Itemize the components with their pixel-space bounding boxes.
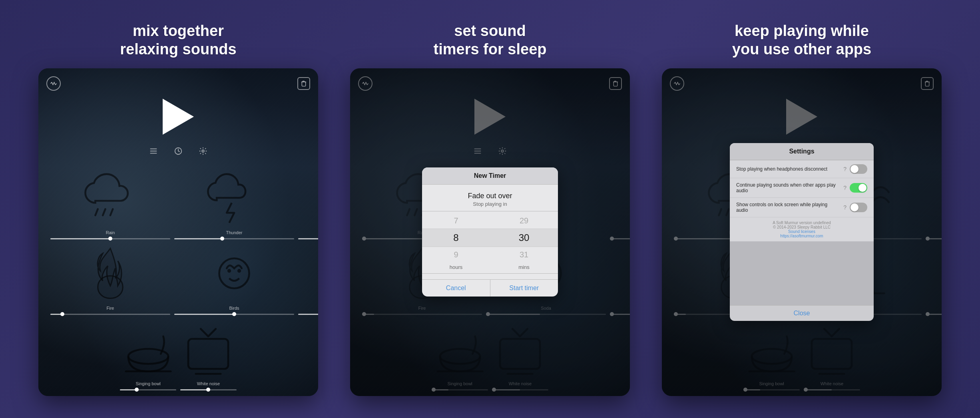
- start-timer-button[interactable]: Start timer: [490, 280, 558, 297]
- sound-waves[interactable]: Waves: [298, 168, 318, 239]
- hours-label: hours: [422, 263, 490, 272]
- panel1-play-area[interactable]: [46, 99, 310, 135]
- waves-slider[interactable]: [298, 238, 318, 239]
- headphones-text: Stop playing when headphones disconnect: [736, 166, 840, 172]
- version-text: A Soft Murmur version undefined: [733, 221, 870, 225]
- settings-close-button[interactable]: Close: [794, 310, 810, 317]
- hours-picker-col[interactable]: 7 8 9 hours: [422, 213, 490, 272]
- url-link[interactable]: https://asoftmurmur.com: [780, 234, 823, 238]
- settings-row-lockscreen: Show controls on lock screen while playi…: [730, 198, 874, 217]
- birds-slider[interactable]: [174, 314, 294, 315]
- sound-crickets[interactable]: Crickets: [298, 243, 318, 315]
- continue-toggle[interactable]: [850, 183, 867, 193]
- hour-9[interactable]: 9: [422, 247, 490, 263]
- play-button[interactable]: [163, 99, 194, 135]
- panel1-top-bar: [46, 76, 310, 91]
- white-noise-icon: [148, 319, 268, 379]
- timer-modal-body: Fade out over Stop playing in 7 8 9 hour…: [422, 185, 558, 279]
- min-31[interactable]: 31: [490, 247, 558, 263]
- settings-gray-area: [730, 241, 874, 305]
- svg-point-13: [202, 150, 204, 152]
- headphones-help-icon[interactable]: ?: [843, 166, 847, 172]
- cancel-button[interactable]: Cancel: [422, 280, 490, 297]
- panel3-title: keep playing whileyou use other apps: [732, 22, 871, 58]
- lockscreen-toggle[interactable]: [850, 203, 867, 212]
- rain-icon: [50, 168, 170, 228]
- copyright-text: © 2014-2023 Sleepy Rabbit LLC: [733, 225, 870, 229]
- settings-modal-overlay: Settings Stop playing when headphones di…: [662, 68, 942, 396]
- fire-label: Fire: [107, 306, 114, 311]
- settings-version-info: A Soft Murmur version undefined © 2014-2…: [730, 217, 874, 241]
- panel1-title: mix togetherrelaxing sounds: [120, 22, 236, 58]
- settings-icon[interactable]: [199, 147, 207, 158]
- clock-icon[interactable]: [174, 147, 183, 158]
- min-30-selected[interactable]: 30: [490, 229, 558, 247]
- list-icon[interactable]: [149, 147, 158, 158]
- mins-picker-col[interactable]: 29 30 31 mins: [490, 213, 558, 272]
- singing-bowl-label: Singing bowl: [135, 381, 160, 386]
- panel3-app-frame: Rain Wave Wind Fire: [662, 68, 942, 396]
- sound-licenses-link[interactable]: Sound licenses: [788, 229, 815, 234]
- settings-footer: Close: [730, 305, 874, 321]
- fire-slider[interactable]: [50, 314, 170, 315]
- crickets-icon: [298, 243, 318, 303]
- sound-birds[interactable]: Birds: [174, 243, 294, 315]
- timer-stop-sub: Stop playing in: [422, 201, 558, 209]
- lockscreen-help-icon[interactable]: ?: [843, 204, 847, 211]
- crickets-slider[interactable]: [298, 314, 318, 315]
- continue-text: Continue playing sounds when other apps …: [736, 182, 840, 193]
- fire-icon: [50, 243, 170, 303]
- singing-bowl-slider[interactable]: [120, 389, 176, 390]
- sound-rain[interactable]: Rain: [50, 168, 170, 239]
- thunder-slider[interactable]: [174, 238, 294, 239]
- settings-panel: Settings Stop playing when headphones di…: [730, 143, 874, 321]
- waves-icon: [298, 168, 318, 228]
- panel1-app-frame: Rain Thunder: [38, 68, 318, 396]
- hour-8-selected[interactable]: 8: [422, 229, 490, 247]
- timer-modal-overlay: New Timer Fade out over Stop playing in …: [350, 68, 630, 396]
- panel1-sound-grid: Rain Thunder: [46, 168, 310, 315]
- continue-help-icon[interactable]: ?: [843, 185, 847, 191]
- panel2-title: set soundtimers for sleep: [434, 22, 547, 58]
- min-29[interactable]: 29: [490, 213, 558, 229]
- panel1-controls: [46, 147, 310, 158]
- hour-7[interactable]: 7: [422, 213, 490, 229]
- sound-thunder[interactable]: Thunder: [174, 168, 294, 239]
- timer-fade-title: Fade out over: [422, 189, 558, 201]
- thunder-label: Thunder: [226, 230, 243, 235]
- settings-row-continue: Continue playing sounds when other apps …: [730, 178, 874, 198]
- waveform-icon[interactable]: [46, 76, 61, 91]
- timer-picker: 7 8 9 hours 29 30 31 mins: [422, 213, 558, 272]
- sound-fire[interactable]: Fire: [50, 243, 170, 315]
- birds-icon: [174, 243, 294, 303]
- lockscreen-text: Show controls on lock screen while playi…: [736, 202, 840, 213]
- white-noise-slider[interactable]: [180, 389, 237, 390]
- timer-modal-actions: Cancel Start timer: [422, 279, 558, 297]
- mins-label: mins: [490, 263, 558, 272]
- rain-slider[interactable]: [50, 238, 170, 239]
- settings-title: Settings: [730, 143, 874, 160]
- panel1-bottom-row: Singing bowl White noise: [46, 319, 310, 390]
- birds-label: Birds: [229, 306, 239, 311]
- trash-icon[interactable]: [297, 77, 310, 90]
- sound-white-noise[interactable]: White noise: [180, 319, 237, 390]
- timer-modal: New Timer Fade out over Stop playing in …: [422, 167, 558, 297]
- settings-row-headphones: Stop playing when headphones disconnect …: [730, 160, 874, 178]
- white-noise-label: White noise: [197, 381, 220, 386]
- panel-settings: keep playing whileyou use other apps: [652, 22, 952, 396]
- panel-mix-sounds: mix togetherrelaxing sounds: [28, 22, 328, 396]
- headphones-toggle[interactable]: [850, 164, 867, 174]
- timer-modal-header: New Timer: [422, 167, 558, 185]
- rain-label: Rain: [106, 230, 115, 235]
- thunder-icon: [174, 168, 294, 228]
- panel2-app-frame: Rain Wave Fire Soda: [350, 68, 630, 396]
- panel-timer: set soundtimers for sleep: [340, 22, 640, 396]
